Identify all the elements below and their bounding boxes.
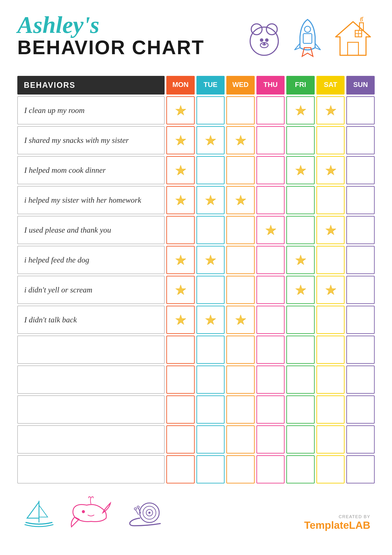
- day-cell-thu[interactable]: [257, 425, 285, 453]
- day-cells: [166, 336, 375, 364]
- day-cell-fri[interactable]: [286, 306, 315, 334]
- star-icon: ★: [174, 253, 187, 267]
- table-row: [17, 365, 375, 394]
- day-cell-thu[interactable]: [257, 96, 285, 124]
- day-cell-mon[interactable]: ★: [166, 186, 195, 214]
- day-cell-sun[interactable]: [346, 156, 375, 184]
- day-cell-sat[interactable]: [316, 395, 345, 424]
- day-cell-sat[interactable]: ★: [316, 276, 345, 304]
- day-cell-tue[interactable]: [196, 455, 225, 483]
- day-cell-tue[interactable]: [196, 216, 225, 244]
- day-cell-sat[interactable]: [316, 126, 345, 154]
- day-cell-sun[interactable]: [346, 276, 375, 304]
- day-cell-sun[interactable]: [346, 365, 375, 394]
- day-cell-sat[interactable]: [316, 425, 345, 453]
- day-cell-fri[interactable]: ★: [286, 276, 315, 304]
- day-cell-tue[interactable]: ★: [196, 126, 225, 154]
- day-cell-fri[interactable]: [286, 216, 315, 244]
- day-cell-mon[interactable]: ★: [166, 96, 195, 124]
- day-cell-sat[interactable]: [316, 365, 345, 394]
- day-cell-wed[interactable]: ★: [226, 126, 255, 154]
- day-cell-thu[interactable]: [257, 365, 285, 394]
- day-cell-tue[interactable]: [196, 96, 225, 124]
- day-cell-wed[interactable]: ★: [226, 306, 255, 334]
- day-cell-wed[interactable]: [226, 425, 255, 453]
- day-cells: [166, 455, 375, 483]
- day-header-sun: SUN: [346, 76, 375, 95]
- day-cell-fri[interactable]: ★: [286, 246, 315, 274]
- day-cell-mon[interactable]: [166, 216, 195, 244]
- day-cell-wed[interactable]: [226, 246, 255, 274]
- day-cell-thu[interactable]: [257, 276, 285, 304]
- day-cell-thu[interactable]: [257, 395, 285, 424]
- day-cell-mon[interactable]: [166, 336, 195, 364]
- day-cell-sat[interactable]: [316, 186, 345, 214]
- day-cell-sat[interactable]: [316, 246, 345, 274]
- day-cell-thu[interactable]: [257, 455, 285, 483]
- day-cell-fri[interactable]: [286, 336, 315, 364]
- day-cell-mon[interactable]: [166, 425, 195, 453]
- day-cell-tue[interactable]: [196, 336, 225, 364]
- day-cell-sun[interactable]: [346, 395, 375, 424]
- day-cell-fri[interactable]: [286, 395, 315, 424]
- day-cell-mon[interactable]: ★: [166, 306, 195, 334]
- day-cell-wed[interactable]: [226, 276, 255, 304]
- day-cell-sat[interactable]: [316, 306, 345, 334]
- day-cell-thu[interactable]: [257, 246, 285, 274]
- day-cell-tue[interactable]: [196, 276, 225, 304]
- svg-point-26: [137, 506, 139, 508]
- day-cell-sun[interactable]: [346, 246, 375, 274]
- day-cell-tue[interactable]: ★: [196, 186, 225, 214]
- day-cell-fri[interactable]: ★: [286, 96, 315, 124]
- day-cell-wed[interactable]: ★: [226, 186, 255, 214]
- day-cell-thu[interactable]: [257, 186, 285, 214]
- day-cell-sat[interactable]: [316, 336, 345, 364]
- day-cell-tue[interactable]: ★: [196, 246, 225, 274]
- day-cell-mon[interactable]: [166, 395, 195, 424]
- day-cell-sun[interactable]: [346, 455, 375, 483]
- day-cell-mon[interactable]: ★: [166, 126, 195, 154]
- day-cell-mon[interactable]: ★: [166, 246, 195, 274]
- day-cell-sun[interactable]: [346, 126, 375, 154]
- day-cell-sat[interactable]: [316, 455, 345, 483]
- day-cell-thu[interactable]: [257, 156, 285, 184]
- day-cell-tue[interactable]: [196, 156, 225, 184]
- day-cell-sun[interactable]: [346, 425, 375, 453]
- day-cell-wed[interactable]: [226, 156, 255, 184]
- day-cell-fri[interactable]: ★: [286, 156, 315, 184]
- day-cell-wed[interactable]: [226, 96, 255, 124]
- sailboat-icon: [22, 497, 56, 531]
- day-cell-tue[interactable]: [196, 425, 225, 453]
- day-cell-tue[interactable]: ★: [196, 306, 225, 334]
- day-cell-sun[interactable]: [346, 186, 375, 214]
- day-cell-tue[interactable]: [196, 395, 225, 424]
- day-cell-sat[interactable]: ★: [316, 96, 345, 124]
- day-cell-wed[interactable]: [226, 365, 255, 394]
- day-cell-sun[interactable]: [346, 306, 375, 334]
- day-cell-fri[interactable]: [286, 455, 315, 483]
- day-cell-fri[interactable]: [286, 186, 315, 214]
- day-cell-sun[interactable]: [346, 96, 375, 124]
- day-cell-sat[interactable]: ★: [316, 156, 345, 184]
- day-cell-thu[interactable]: [257, 336, 285, 364]
- day-cell-wed[interactable]: [226, 395, 255, 424]
- day-cell-fri[interactable]: [286, 425, 315, 453]
- day-cell-fri[interactable]: [286, 365, 315, 394]
- day-cell-wed[interactable]: [226, 455, 255, 483]
- day-cell-wed[interactable]: [226, 216, 255, 244]
- day-cell-mon[interactable]: [166, 365, 195, 394]
- day-cell-wed[interactable]: [226, 336, 255, 364]
- day-cell-thu[interactable]: [257, 306, 285, 334]
- behavior-label: I didn't talk back: [17, 306, 164, 334]
- day-cell-sun[interactable]: [346, 336, 375, 364]
- behavior-label: I clean up my room: [17, 96, 164, 124]
- day-cell-mon[interactable]: ★: [166, 156, 195, 184]
- day-cell-thu[interactable]: [257, 126, 285, 154]
- day-cell-mon[interactable]: [166, 455, 195, 483]
- day-cell-fri[interactable]: [286, 126, 315, 154]
- day-cell-sun[interactable]: [346, 216, 375, 244]
- day-cell-thu[interactable]: ★: [257, 216, 285, 244]
- day-cell-sat[interactable]: ★: [316, 216, 345, 244]
- day-cell-mon[interactable]: ★: [166, 276, 195, 304]
- day-cell-tue[interactable]: [196, 365, 225, 394]
